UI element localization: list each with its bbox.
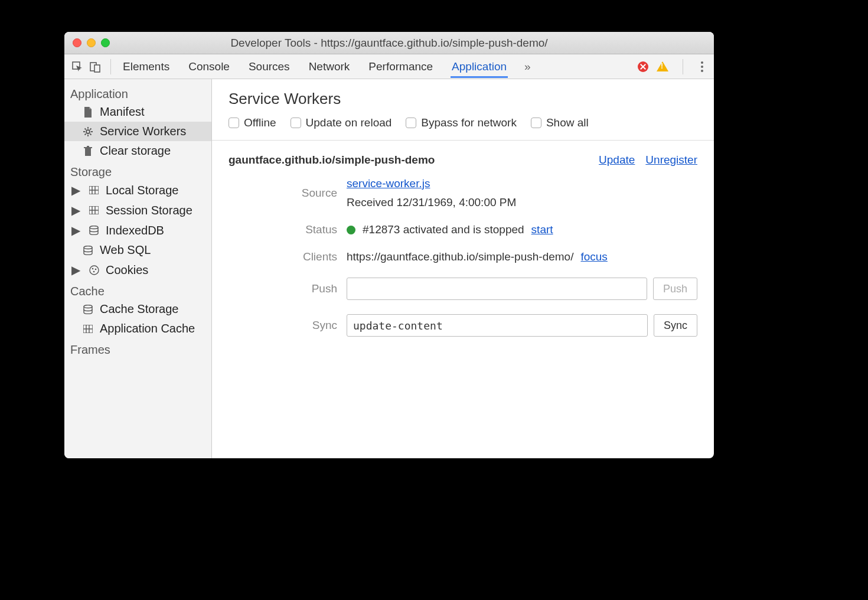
tab-application[interactable]: Application [451,56,508,78]
devtools-window: Developer Tools - https://gauntface.gith… [64,32,714,458]
details-grid: Source service-worker.js Received 12/31/… [212,177,714,351]
update-link[interactable]: Update [599,154,635,167]
push-label: Push [229,282,347,295]
titlebar: Developer Tools - https://gauntface.gith… [64,32,714,54]
source-received: Received 12/31/1969, 4:00:00 PM [347,196,516,209]
checkbox-label: Show all [546,116,589,129]
expand-arrow-icon[interactable]: ▶ [71,203,79,217]
tabs-overflow-icon[interactable]: » [524,60,531,73]
svg-point-18 [92,268,93,269]
checkbox-update-on-reload[interactable]: Update on reload [291,116,392,129]
sync-button[interactable]: Sync [654,314,697,337]
checkbox-icon [291,118,301,128]
svg-point-19 [94,268,96,270]
tab-sources[interactable]: Sources [247,56,291,78]
push-input[interactable] [347,278,647,300]
svg-rect-5 [84,147,92,148]
sidebar-item-session-storage[interactable]: ▶ Session Storage [64,200,211,220]
traffic-lights [73,38,110,47]
checkbox-offline[interactable]: Offline [229,116,276,129]
tab-network[interactable]: Network [308,56,351,78]
status-value: #12873 activated and is stopped start [347,223,697,236]
inspect-element-icon[interactable] [69,58,86,75]
expand-arrow-icon[interactable]: ▶ [71,183,79,197]
toolbar-right [638,59,707,74]
minimize-window-button[interactable] [87,38,96,47]
window-title: Developer Tools - https://gauntface.gith… [64,37,714,50]
tab-console[interactable]: Console [187,56,231,78]
unregister-link[interactable]: Unregister [645,154,697,167]
clients-value: https://gauntface.github.io/simple-push-… [347,250,697,263]
cookie-icon [88,264,100,276]
checkbox-icon [406,118,416,128]
svg-point-20 [93,270,94,272]
svg-point-21 [84,305,92,308]
sidebar-item-label: IndexedDB [106,224,164,237]
svg-rect-6 [87,146,89,147]
sidebar-group-storage: Storage [64,161,211,180]
start-link[interactable]: start [531,223,553,236]
trash-icon [82,145,94,157]
panel-title: Service Workers [229,90,697,108]
service-workers-panel: Service Workers Offline Update on reload… [212,79,714,458]
devtools-toolbar: Elements Console Sources Network Perform… [64,54,714,79]
warning-badge-icon[interactable] [657,61,668,71]
sync-row: Sync [347,314,697,337]
gear-icon [82,126,94,138]
expand-arrow-icon[interactable]: ▶ [71,223,79,237]
source-file-link[interactable]: service-worker.js [347,177,430,190]
close-window-button[interactable] [73,38,81,47]
sidebar-group-application: Application [64,83,211,102]
checkbox-label: Offline [244,116,276,129]
sidebar-item-application-cache[interactable]: Application Cache [64,319,211,338]
push-row: Push [347,278,697,300]
origin-actions: Update Unregister [599,154,697,167]
more-menu-icon[interactable] [697,61,707,72]
sidebar-item-service-workers[interactable]: Service Workers [64,122,211,141]
sidebar-item-websql[interactable]: Web SQL [64,240,211,260]
clients-label: Clients [229,250,347,263]
grid-icon [88,184,100,196]
sidebar-item-cache-storage[interactable]: Cache Storage [64,299,211,319]
body: Application Manifest Service Workers Cle… [64,79,714,458]
checkbox-show-all[interactable]: Show all [531,116,589,129]
options-row: Offline Update on reload Bypass for netw… [229,116,697,129]
checkbox-label: Bypass for network [421,116,517,129]
push-button[interactable]: Push [653,278,697,300]
client-url: https://gauntface.github.io/simple-push-… [347,250,573,263]
svg-point-3 [86,130,90,133]
source-label: Source [229,187,347,200]
focus-link[interactable]: focus [580,250,607,263]
grid-icon [82,323,94,335]
sidebar-item-cookies[interactable]: ▶ Cookies [64,260,211,280]
svg-rect-4 [85,148,91,156]
panel-tabs: Elements Console Sources Network Perform… [122,56,637,78]
sidebar-item-indexeddb[interactable]: ▶ IndexedDB [64,220,211,240]
sidebar-item-label: Web SQL [100,243,151,257]
svg-point-17 [90,266,99,275]
zoom-window-button[interactable] [101,38,110,47]
expand-arrow-icon[interactable]: ▶ [71,263,79,277]
device-toggle-icon[interactable] [87,58,103,75]
checkbox-icon [531,118,541,128]
sidebar-item-label: Service Workers [100,125,186,138]
sidebar-item-clear-storage[interactable]: Clear storage [64,141,211,161]
tab-performance[interactable]: Performance [367,56,434,78]
checkbox-icon [229,118,239,128]
application-sidebar: Application Manifest Service Workers Cle… [64,79,212,458]
checkbox-bypass-for-network[interactable]: Bypass for network [406,116,517,129]
sidebar-item-local-storage[interactable]: ▶ Local Storage [64,180,211,200]
sidebar-item-label: Session Storage [106,204,192,217]
sidebar-group-cache: Cache [64,280,211,299]
source-value: service-worker.js Received 12/31/1969, 4… [347,177,697,209]
sync-input[interactable] [347,314,648,337]
status-text: #12873 activated and is stopped [363,223,524,236]
error-badge-icon[interactable] [638,61,648,72]
sidebar-group-frames: Frames [64,338,211,358]
sidebar-item-manifest[interactable]: Manifest [64,102,211,122]
tab-elements[interactable]: Elements [122,56,171,78]
sidebar-item-label: Cookies [106,263,148,277]
sidebar-item-label: Manifest [100,105,145,119]
sidebar-item-label: Cache Storage [100,302,178,316]
origin-row: gauntface.github.io/simple-push-demo Upd… [212,141,714,177]
